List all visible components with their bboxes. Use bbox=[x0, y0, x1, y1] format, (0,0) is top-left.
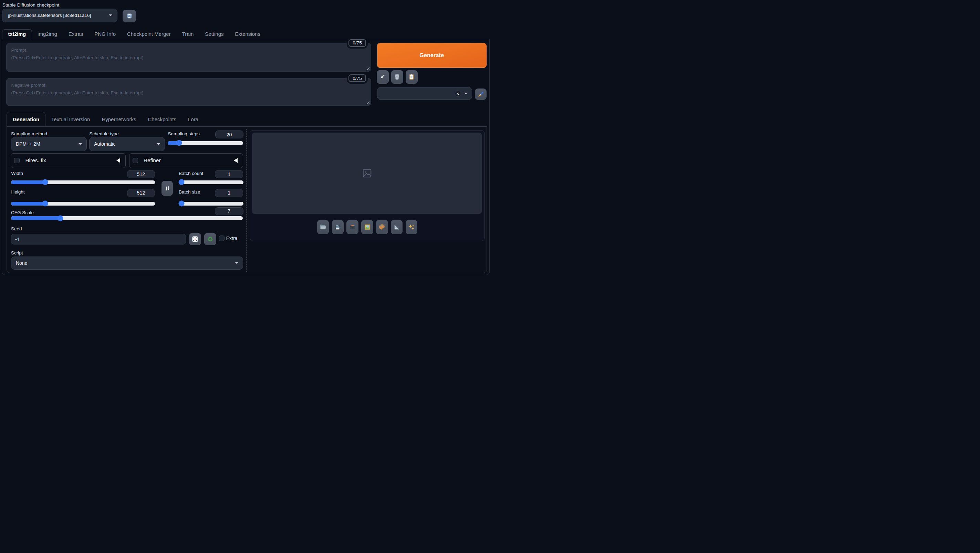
swap-width-height-icon bbox=[165, 186, 170, 191]
height-slider[interactable] bbox=[11, 202, 155, 205]
checkpoint-label: Stable Diffusion checkpoint bbox=[2, 2, 59, 8]
cfg-scale-label: CFG Scale bbox=[11, 210, 34, 215]
chevron-down-icon bbox=[109, 14, 112, 16]
hires-fix-label: Hires. fix bbox=[25, 157, 46, 164]
schedule-type-dropdown[interactable]: Automatic bbox=[89, 137, 165, 151]
tab-hypernetworks[interactable]: Hypernetworks bbox=[96, 112, 142, 126]
slider-handle[interactable] bbox=[42, 201, 48, 207]
batch-size-input[interactable] bbox=[215, 189, 243, 197]
width-slider[interactable] bbox=[11, 180, 155, 184]
slider-handle[interactable] bbox=[179, 201, 185, 207]
result-gallery[interactable] bbox=[252, 133, 482, 214]
slider-handle[interactable] bbox=[57, 215, 64, 221]
hires-fix-checkbox[interactable] bbox=[14, 158, 20, 163]
tab-checkpoint-merger[interactable]: Checkpoint Merger bbox=[121, 29, 176, 39]
save-zip-button[interactable] bbox=[347, 220, 358, 235]
prompt-token-counter: 0/75 bbox=[348, 39, 366, 47]
palette-icon bbox=[379, 224, 385, 230]
upscale-button[interactable] bbox=[406, 220, 417, 235]
width-input[interactable] bbox=[127, 170, 155, 178]
sampling-steps-input[interactable] bbox=[215, 130, 243, 138]
negative-token-counter: 0/75 bbox=[348, 75, 366, 82]
card-file-box-icon bbox=[349, 224, 356, 230]
cfg-scale-input[interactable] bbox=[215, 207, 243, 215]
random-seed-button[interactable] bbox=[189, 233, 201, 245]
cfg-scale-slider[interactable] bbox=[11, 216, 243, 220]
tab-lora[interactable]: Lora bbox=[182, 112, 204, 126]
apply-styles-button[interactable] bbox=[475, 89, 487, 100]
open-folder-button[interactable] bbox=[317, 220, 329, 235]
paintbrush-icon bbox=[477, 91, 485, 98]
wastebasket-icon bbox=[394, 74, 400, 80]
send-to-extras-button[interactable] bbox=[391, 220, 402, 235]
send-to-img2img-button[interactable] bbox=[361, 220, 373, 235]
clipboard-icon bbox=[408, 74, 415, 80]
tab-underline bbox=[2, 39, 490, 39]
sampling-steps-slider[interactable] bbox=[168, 141, 243, 145]
tab-checkpoints[interactable]: Checkpoints bbox=[142, 112, 182, 126]
gallery-button-row bbox=[250, 220, 485, 235]
tab-settings[interactable]: Settings bbox=[199, 29, 229, 39]
reuse-seed-button[interactable]: ♻ bbox=[204, 233, 216, 245]
slider-handle[interactable] bbox=[179, 180, 185, 185]
slider-handle[interactable] bbox=[176, 140, 182, 146]
framed-picture-icon bbox=[364, 224, 371, 230]
chevron-down-icon bbox=[464, 93, 468, 94]
resize-handle-icon[interactable] bbox=[366, 101, 370, 105]
tab-extras[interactable]: Extras bbox=[63, 29, 89, 39]
styles-clear-button[interactable]: ✕ bbox=[455, 91, 461, 97]
prompt-textarea[interactable]: Prompt (Press Ctrl+Enter to generate, Al… bbox=[6, 43, 371, 72]
sampling-steps-label: Sampling steps bbox=[168, 131, 200, 137]
checkpoint-dropdown[interactable]: jp-illustrations.safetensors [3c8ed11a16… bbox=[2, 9, 118, 22]
clipboard-button[interactable] bbox=[406, 70, 418, 84]
refiner-accordion[interactable]: Refiner bbox=[129, 153, 243, 168]
tab-png-info[interactable]: PNG Info bbox=[89, 29, 122, 39]
chevron-down-icon bbox=[78, 143, 82, 145]
swap-dimensions-button[interactable] bbox=[162, 181, 173, 196]
generate-button[interactable]: Generate bbox=[377, 43, 487, 68]
batch-count-label: Batch count bbox=[179, 171, 203, 176]
extra-seed-checkbox[interactable] bbox=[219, 235, 224, 241]
paste-generation-params-button[interactable] bbox=[377, 70, 389, 84]
batch-count-slider[interactable] bbox=[179, 180, 243, 184]
height-label: Height bbox=[11, 189, 24, 195]
arrow-down-left-icon bbox=[380, 74, 385, 79]
tab-generation[interactable]: Generation bbox=[6, 112, 45, 126]
tab-train[interactable]: Train bbox=[176, 29, 199, 39]
accordion-collapse-icon bbox=[116, 158, 120, 163]
refresh-checkpoints-button[interactable] bbox=[123, 10, 136, 22]
script-dropdown[interactable]: None bbox=[11, 256, 243, 270]
seed-input[interactable] bbox=[11, 234, 186, 245]
save-button[interactable] bbox=[332, 220, 344, 235]
floppy-disk-icon bbox=[334, 224, 341, 230]
tab-textual-inversion[interactable]: Textual Inversion bbox=[45, 112, 96, 126]
refiner-checkbox[interactable] bbox=[132, 158, 138, 163]
resize-handle-icon[interactable] bbox=[366, 67, 370, 71]
slider-handle[interactable] bbox=[42, 180, 48, 185]
sub-tab-underline bbox=[6, 126, 487, 127]
clear-prompt-button[interactable] bbox=[391, 70, 403, 84]
negative-prompt-textarea[interactable]: Negative prompt (Press Ctrl+Enter to gen… bbox=[6, 78, 371, 106]
hires-fix-accordion[interactable]: Hires. fix bbox=[11, 153, 126, 168]
batch-size-slider[interactable] bbox=[179, 202, 243, 205]
accordion-collapse-icon bbox=[234, 158, 238, 163]
tab-img2img[interactable]: img2img bbox=[32, 29, 63, 39]
batch-count-input[interactable] bbox=[215, 170, 243, 178]
styles-dropdown[interactable]: ✕ bbox=[377, 87, 472, 100]
sampling-method-dropdown[interactable]: DPM++ 2M bbox=[11, 137, 87, 151]
chevron-down-icon bbox=[235, 262, 238, 264]
open-folder-icon bbox=[320, 224, 326, 230]
tab-txt2img[interactable]: txt2img bbox=[2, 29, 32, 39]
height-input[interactable] bbox=[127, 189, 155, 197]
die-icon bbox=[192, 236, 198, 242]
script-label: Script bbox=[11, 250, 23, 256]
prompt-placeholder: Prompt (Press Ctrl+Enter to generate, Al… bbox=[11, 46, 366, 62]
main-tab-bar: txt2img img2img Extras PNG Info Checkpoi… bbox=[2, 29, 490, 39]
triangular-ruler-icon bbox=[394, 224, 400, 230]
recycle-icon: ♻ bbox=[207, 236, 213, 242]
column-separator bbox=[246, 129, 247, 272]
seed-label: Seed bbox=[11, 226, 22, 231]
send-to-inpaint-button[interactable] bbox=[376, 220, 388, 235]
schedule-type-label: Schedule type bbox=[89, 131, 119, 137]
tab-extensions[interactable]: Extensions bbox=[229, 29, 266, 39]
